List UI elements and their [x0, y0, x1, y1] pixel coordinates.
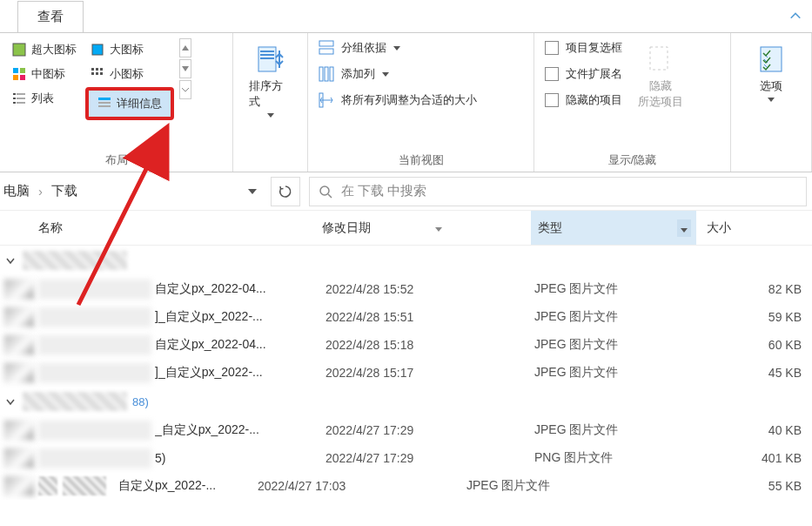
- file-date: 2022/4/28 15:17: [325, 366, 534, 380]
- collapse-ribbon-button[interactable]: [789, 10, 802, 23]
- breadcrumb-pc[interactable]: 电脑: [3, 183, 30, 199]
- file-thumbnail-icon: [3, 279, 35, 300]
- file-name: ]_自定义px_2022-...: [155, 309, 325, 325]
- address-dropdown[interactable]: [243, 182, 262, 201]
- svg-rect-27: [319, 67, 323, 81]
- redacted-filename-prefix: [38, 421, 151, 440]
- file-row[interactable]: 5) 2022/4/27 17:29 PNG 图片文件 401 KB: [0, 444, 812, 472]
- layout-gallery-scroll: [179, 38, 191, 99]
- options-button[interactable]: 选项: [747, 38, 795, 107]
- file-extensions-label: 文件扩展名: [566, 66, 622, 82]
- layout-large-icons[interactable]: 大图标: [85, 38, 174, 61]
- chevron-down-icon: [677, 219, 691, 237]
- svg-rect-15: [91, 72, 94, 75]
- column-headers: 名称 修改日期 类型 大小: [0, 211, 812, 246]
- file-size: 55 KB: [639, 479, 812, 493]
- redacted-filename-prefix: [38, 307, 151, 327]
- file-row[interactable]: ]_自定义px_2022-... 2022/4/28 15:17 JPEG 图片…: [0, 359, 812, 387]
- autosize-columns-button[interactable]: 将所有列调整为合适的大小: [315, 91, 527, 110]
- file-name: 自定义px_2022-04...: [155, 337, 325, 353]
- chevron-down-icon: [3, 397, 17, 406]
- file-thumbnail-icon: [3, 362, 35, 383]
- tab-view[interactable]: 查看: [17, 1, 84, 32]
- search-input[interactable]: 在 下载 中搜索: [309, 177, 807, 206]
- ribbon-group-current-view: 分组依据 添加列 将所有列调整为合适的大小 当前视图: [308, 33, 534, 172]
- column-header-size[interactable]: 大小: [696, 220, 812, 236]
- file-date: 2022/4/27 17:29: [325, 423, 534, 437]
- layout-small-icons[interactable]: 小图标: [85, 63, 174, 85]
- layout-scroll-up[interactable]: [179, 38, 191, 57]
- file-type: JPEG 图片文件: [534, 337, 707, 353]
- options-label: 选项: [760, 78, 782, 94]
- file-row[interactable]: _自定义px_2022-... 2022/4/27 17:29 JPEG 图片文…: [0, 416, 812, 444]
- breadcrumb-downloads[interactable]: 下载: [51, 183, 77, 199]
- redacted-group-name: [23, 392, 127, 411]
- search-placeholder: 在 下载 中搜索: [341, 183, 426, 199]
- svg-rect-17: [100, 72, 103, 75]
- file-type: JPEG 图片文件: [534, 365, 707, 381]
- breadcrumb[interactable]: 电脑 › 下载: [0, 183, 77, 199]
- group-by-button[interactable]: 分组依据: [315, 38, 527, 57]
- svg-rect-5: [13, 93, 16, 95]
- file-size: 401 KB: [707, 451, 812, 465]
- column-header-type[interactable]: 类型: [531, 211, 696, 245]
- chevron-down-icon: [393, 46, 400, 51]
- svg-rect-6: [17, 93, 25, 95]
- file-type: PNG 图片文件: [534, 450, 707, 466]
- breadcrumb-separator-icon: ›: [38, 184, 43, 199]
- file-size: 45 KB: [707, 366, 812, 380]
- file-name: 自定义px_2022-...: [118, 478, 258, 494]
- chevron-down-icon: [435, 220, 442, 234]
- refresh-button[interactable]: [271, 177, 300, 206]
- file-thumbnail-icon: [3, 334, 35, 355]
- svg-rect-28: [325, 67, 328, 81]
- group-header[interactable]: 88): [0, 387, 812, 416]
- file-type: JPEG 图片文件: [534, 422, 707, 438]
- layout-large-label: 大图标: [110, 42, 144, 57]
- layout-scroll-down[interactable]: [179, 59, 191, 78]
- layout-xlarge-icons[interactable]: 超大图标: [7, 38, 82, 61]
- file-extensions-toggle[interactable]: 文件扩展名: [541, 64, 626, 84]
- file-name: 自定义px_2022-04...: [155, 281, 325, 297]
- sort-by-button[interactable]: 排序方式: [240, 38, 300, 123]
- svg-rect-9: [13, 102, 16, 104]
- item-checkboxes-toggle[interactable]: 项目复选框: [541, 38, 626, 57]
- file-row[interactable]: 自定义px_2022-... 2022/4/27 17:03 JPEG 图片文件…: [0, 472, 812, 500]
- checkbox-icon: [545, 41, 559, 55]
- ribbon-group-options-label: [738, 152, 804, 170]
- layout-medium-icons[interactable]: 中图标: [7, 63, 82, 85]
- layout-details[interactable]: 详细信息: [92, 92, 167, 115]
- layout-list[interactable]: 列表: [7, 87, 82, 110]
- redacted-group-name: [23, 251, 127, 270]
- chevron-down-icon: [3, 256, 17, 265]
- file-row[interactable]: 自定义px_2022-04... 2022/4/28 15:18 JPEG 图片…: [0, 331, 812, 359]
- add-columns-button[interactable]: 添加列: [315, 64, 527, 84]
- sort-icon: [255, 44, 286, 75]
- svg-rect-18: [98, 98, 111, 100]
- autosize-icon: [319, 92, 334, 108]
- file-row[interactable]: 自定义px_2022-04... 2022/4/28 15:52 JPEG 图片…: [0, 275, 812, 303]
- search-icon: [319, 185, 332, 199]
- file-row[interactable]: ]_自定义px_2022-... 2022/4/28 15:51 JPEG 图片…: [0, 303, 812, 331]
- hide-selected-button: 隐藏 所选项目: [629, 38, 692, 115]
- details-icon: [97, 97, 111, 111]
- group-header[interactable]: [0, 246, 812, 275]
- file-thumbnail-icon: [3, 448, 35, 469]
- ribbon-group-show-hide-label: 显示/隐藏: [541, 149, 723, 170]
- column-header-date[interactable]: 修改日期: [322, 220, 531, 236]
- svg-rect-31: [650, 47, 668, 70]
- svg-rect-0: [13, 44, 25, 56]
- file-name: _自定义px_2022-...: [155, 422, 325, 438]
- svg-rect-8: [17, 98, 25, 99]
- file-name: 5): [155, 451, 325, 465]
- large-icons-icon: [91, 43, 104, 57]
- svg-rect-24: [260, 57, 274, 59]
- hidden-items-toggle[interactable]: 隐藏的项目: [541, 91, 626, 110]
- ribbon-tab-bar: 查看: [0, 0, 812, 33]
- chevron-down-icon: [768, 98, 775, 102]
- layout-gallery-expand[interactable]: [179, 80, 191, 99]
- ribbon: 超大图标 中图标 列表 大图标 小图标: [0, 33, 812, 172]
- svg-rect-23: [260, 54, 274, 56]
- column-header-name[interactable]: 名称: [0, 220, 322, 236]
- layout-details-label: 详细信息: [117, 96, 162, 111]
